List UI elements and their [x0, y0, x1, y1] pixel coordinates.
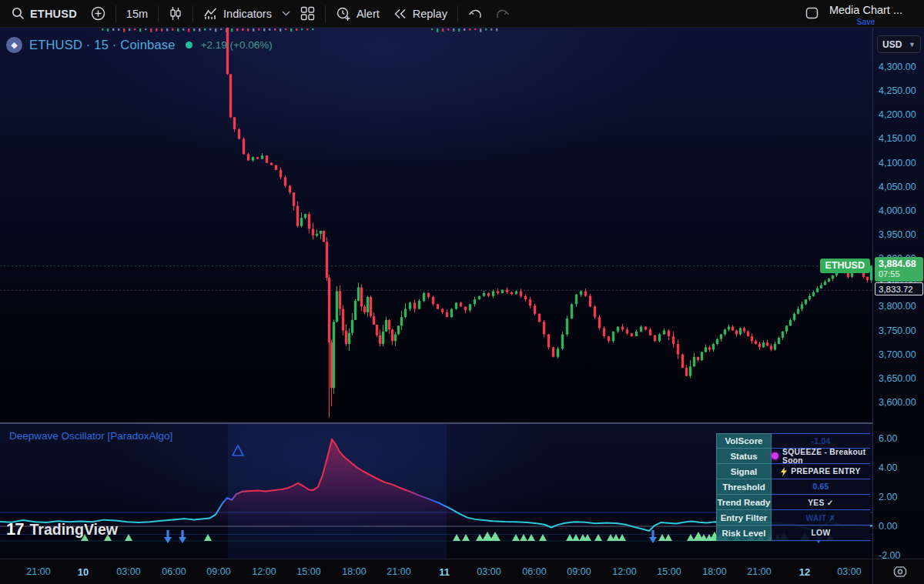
candle-body [793, 314, 795, 320]
candle-body [357, 287, 360, 300]
candle-body [724, 329, 726, 334]
indicators-button[interactable]: Indicators [196, 0, 279, 28]
candle-body [552, 347, 554, 356]
offscreen-candle-mark [447, 28, 449, 31]
gear-icon [891, 562, 909, 581]
candle-body [589, 296, 591, 307]
currency-selector-button[interactable]: USD ▼ [877, 35, 921, 53]
time-label: 06:00 [522, 566, 546, 577]
bearish-arrow-head [179, 537, 186, 543]
offscreen-candle-mark [431, 28, 433, 30]
time-label: 12:00 [252, 566, 276, 577]
interval-button[interactable]: 15m [119, 0, 155, 28]
main-chart-pane[interactable]: ◆ ETHUSD · 15 · Coinbase +2.19 (+0.06%) … [0, 28, 872, 423]
save-button[interactable]: Save [856, 18, 875, 27]
candle-body [455, 302, 457, 309]
candle-body [566, 319, 568, 335]
oscillator-pane[interactable]: Deepwave Oscillator [ParadoxAlgo] VolSco… [0, 424, 872, 559]
time-label: 06:00 [162, 566, 186, 577]
alert-button[interactable]: Alert [329, 0, 387, 28]
table-row: Risk LevelLOW [716, 526, 870, 541]
oscillator-title[interactable]: Deepwave Oscillator [ParadoxAlgo] [9, 430, 172, 442]
candle-body [820, 285, 822, 288]
candle-body [538, 314, 541, 322]
chart-style-button[interactable] [162, 0, 189, 28]
bullish-triangle-marker [512, 534, 520, 541]
price-axis[interactable]: USD ▼ 3,833.72 3,884.68 07:55 4,300.004,… [872, 28, 924, 559]
crosshair-price-label: 3,833.72 [875, 282, 923, 295]
time-label: 09:00 [567, 566, 591, 577]
pane-resize-separator[interactable] [0, 422, 924, 424]
table-row: Trend ReadyYES ✓ [716, 495, 870, 510]
candle-body [312, 229, 314, 236]
table-row-label: VolScore [716, 433, 772, 449]
indicator-status-table: VolScore-1.04StatusSQUEEZE - Breakout So… [716, 433, 870, 541]
indicator-templates-chevron[interactable] [279, 0, 293, 28]
redo-button[interactable] [489, 0, 517, 28]
candle-body [323, 231, 325, 242]
candle-body [345, 331, 347, 344]
candle-body [427, 293, 430, 297]
offscreen-candle-mark [490, 28, 492, 31]
candle-body [446, 312, 448, 317]
candle-body [782, 332, 784, 338]
offscreen-candle-mark [247, 28, 249, 31]
candle-body [354, 301, 357, 320]
layout-title[interactable]: Media Chart ... [829, 5, 902, 17]
candle-body [801, 304, 803, 309]
candle-body [382, 332, 384, 344]
time-axis[interactable]: 21:001003:0006:0009:0012:0015:0018:0021:… [0, 559, 924, 584]
candle-body [735, 331, 738, 335]
candle-body [770, 345, 772, 349]
candle-body [720, 335, 722, 339]
table-row-value: 0.65 [772, 479, 870, 495]
offscreen-candle-mark [139, 28, 141, 32]
chart-settings-button[interactable] [890, 562, 910, 582]
offscreen-candle-mark [474, 28, 476, 30]
price-tick-label: 4,150.00 [879, 133, 916, 144]
candle-body [847, 273, 849, 277]
offscreen-candle-mark [274, 28, 276, 31]
time-label: 12:00 [612, 566, 636, 577]
offscreen-candle-mark [118, 28, 119, 31]
table-row-value-text: 0.65 [812, 482, 829, 491]
replay-button[interactable]: Replay [387, 0, 454, 28]
table-row: Threshold0.65 [716, 479, 870, 495]
offscreen-candle-mark [172, 28, 173, 31]
table-row-label: Signal [716, 464, 772, 479]
compare-add-button[interactable] [84, 0, 112, 28]
offscreen-candle-mark [134, 28, 136, 30]
table-row: VolScore-1.04 [716, 433, 870, 449]
symbol-search-button[interactable]: ETHUSD [5, 0, 84, 28]
offscreen-candle-mark [177, 28, 179, 32]
bullish-triangle-marker [476, 534, 484, 541]
candle-body [238, 129, 240, 138]
tradingview-app: ETHUSD 15m [0, 0, 924, 584]
multichart-layout-button[interactable] [293, 0, 322, 28]
table-row-value: PREPARE ENTRY [772, 464, 870, 479]
candle-body [561, 335, 564, 349]
offscreen-candle-mark [129, 28, 130, 31]
offscreen-candle-mark [442, 28, 444, 32]
candle-body [785, 325, 788, 331]
chart-legend[interactable]: ◆ ETHUSD · 15 · Coinbase +2.19 (+0.06%) [6, 37, 273, 53]
table-row-label: Risk Level [716, 526, 772, 541]
candle-body [233, 117, 236, 129]
time-label: 15:00 [657, 566, 681, 577]
candle-body [492, 291, 494, 295]
layout-square-icon[interactable] [805, 7, 819, 19]
offscreen-candle-mark [269, 28, 270, 31]
candle-body [758, 344, 761, 347]
candle-body [333, 322, 335, 388]
bullish-triangle-marker [665, 534, 672, 541]
chevron-down-icon [282, 11, 290, 16]
candle-body [432, 297, 434, 304]
eth-logo-icon: ◆ [6, 37, 22, 53]
last-price-value: 3,884.68 [879, 259, 923, 269]
offscreen-candle-mark [156, 28, 157, 32]
offscreen-candle-mark [188, 28, 189, 32]
undo-button[interactable] [461, 0, 489, 28]
offscreen-candle-mark [306, 28, 308, 30]
candle-body [270, 163, 273, 165]
candle-body [766, 342, 768, 345]
